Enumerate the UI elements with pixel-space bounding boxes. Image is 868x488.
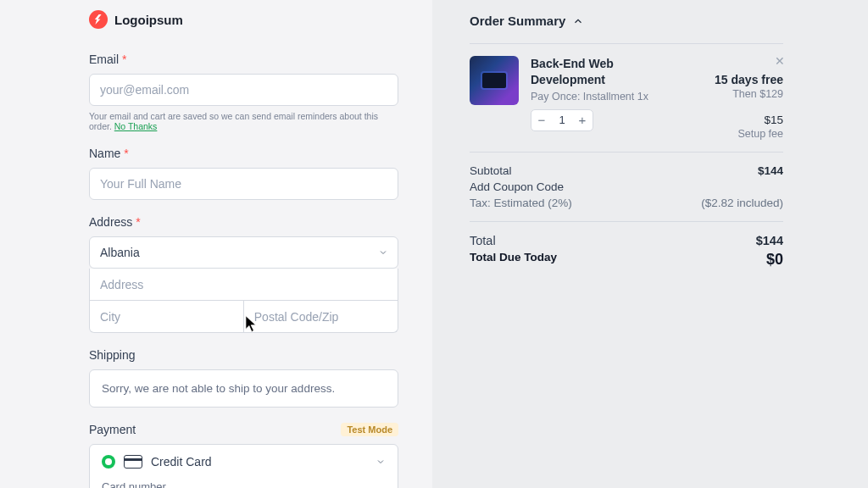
product-thumbnail	[470, 56, 519, 105]
city-input[interactable]	[89, 301, 244, 333]
coupon-row[interactable]: Add Coupon Code	[470, 180, 783, 193]
logo-text: Logoipsum	[114, 13, 183, 27]
tax-row: Tax: Estimated (2%) ($2.82 included)	[470, 197, 783, 209]
payment-box: Credit Card Card number	[89, 444, 398, 488]
divider	[470, 152, 783, 152]
summary-toggle[interactable]: Order Summary	[470, 14, 783, 28]
name-field-group: Name *	[89, 147, 398, 200]
payment-method-row[interactable]: Credit Card	[102, 455, 386, 469]
shipping-group: Shipping Sorry, we are not able to ship …	[89, 348, 398, 408]
line-item: Back-End Web Development Pay Once: Insta…	[470, 56, 783, 140]
email-hint: Your email and cart are saved so we can …	[89, 111, 398, 131]
total-row: Total $144	[470, 234, 783, 247]
quantity-stepper: − 1 +	[531, 109, 593, 131]
email-optout-link[interactable]: No Thanks	[114, 121, 158, 131]
address-field-group: Address * Albania	[89, 215, 398, 333]
divider	[470, 221, 783, 222]
due-today-row: Total Due Today $0	[470, 251, 783, 269]
checkout-form: Logoipsum Email * Your email and cart ar…	[0, 0, 432, 488]
email-field-group: Email * Your email and cart are saved so…	[89, 53, 398, 131]
country-select-wrap: Albania	[89, 236, 398, 269]
country-select[interactable]: Albania	[89, 236, 398, 269]
summary-heading: Order Summary	[470, 14, 565, 28]
email-label: Email *	[89, 53, 398, 66]
qty-value: 1	[552, 114, 572, 126]
credit-card-icon	[124, 455, 142, 469]
card-number-label: Card number	[102, 480, 386, 488]
shipping-message: Sorry, we are not able to ship to your a…	[89, 369, 398, 408]
payment-method-name: Credit Card	[151, 455, 212, 469]
postal-input[interactable]	[244, 301, 398, 333]
trial-text: 15 days free	[690, 73, 783, 86]
email-input[interactable]	[89, 74, 398, 106]
qty-minus-button[interactable]: −	[531, 110, 552, 130]
subtotal-row: Subtotal $144	[470, 164, 783, 177]
divider	[470, 43, 783, 44]
cursor-icon	[245, 315, 259, 334]
test-mode-badge: Test Mode	[341, 423, 398, 436]
remove-item-button[interactable]: ✕	[775, 54, 785, 68]
address-label: Address *	[89, 215, 398, 229]
logo: Logoipsum	[89, 10, 398, 29]
chevron-up-icon	[572, 15, 584, 27]
qty-plus-button[interactable]: +	[572, 110, 593, 130]
setup-amount: $15	[690, 114, 783, 126]
product-plan: Pay Once: Installment 1x	[531, 91, 678, 103]
then-text: Then $129	[690, 88, 783, 100]
shipping-label: Shipping	[89, 348, 398, 362]
name-label: Name *	[89, 147, 398, 160]
payment-label: Payment	[89, 423, 136, 436]
order-summary: Order Summary Back-End Web Development P…	[432, 0, 868, 488]
name-input[interactable]	[89, 168, 398, 200]
add-coupon-link: Add Coupon Code	[470, 180, 564, 193]
chevron-down-icon	[376, 457, 386, 467]
radio-selected-icon	[102, 455, 115, 469]
payment-group: Payment Test Mode Credit Card Card numbe…	[89, 423, 398, 488]
product-title: Back-End Web Development	[531, 56, 678, 88]
logo-icon	[89, 10, 108, 29]
setup-label: Setup fee	[690, 128, 783, 140]
street-input[interactable]	[89, 269, 398, 301]
